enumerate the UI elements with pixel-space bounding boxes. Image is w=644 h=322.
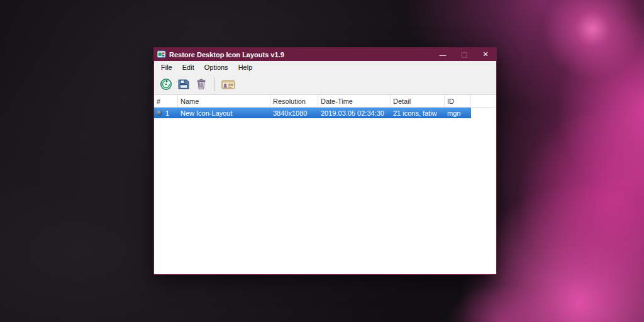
- desktop-wallpaper: Restore Desktop Icon Layouts v1.9 — ▢ ✕ …: [0, 0, 644, 322]
- id-card-icon: [221, 78, 235, 91]
- menu-options[interactable]: Options: [199, 62, 233, 72]
- save-layout-icon: [177, 78, 190, 91]
- row-num: 1: [165, 109, 169, 117]
- menu-help[interactable]: Help: [233, 62, 258, 72]
- menu-file[interactable]: File: [156, 62, 177, 72]
- delete-layout-icon: [195, 78, 208, 91]
- maximize-button[interactable]: ▢: [453, 48, 475, 61]
- column-header-num[interactable]: #: [154, 95, 178, 107]
- app-icon: [157, 50, 166, 59]
- save-layout-button[interactable]: [175, 76, 192, 92]
- row-name: New Icon-Layout: [178, 109, 270, 117]
- id-card-button[interactable]: [220, 76, 236, 92]
- close-button[interactable]: ✕: [475, 48, 496, 61]
- column-header-name[interactable]: Name: [178, 95, 270, 107]
- delete-layout-button[interactable]: [193, 76, 209, 92]
- column-header-datetime[interactable]: Date-Time: [318, 95, 391, 107]
- minimize-button[interactable]: —: [432, 48, 453, 61]
- column-header-filler: [471, 95, 496, 107]
- window-title: Restore Desktop Icon Layouts v1.9: [169, 51, 432, 58]
- row-id: mgn: [445, 109, 471, 117]
- row-resolution: 3840x1080: [270, 109, 318, 117]
- restore-layout-icon: [160, 78, 172, 91]
- list-row[interactable]: 1 New Icon-Layout 3840x1080 2019.03.05 0…: [154, 108, 471, 118]
- layout-list: # Name Resolution Date-Time Detail ID 1 …: [154, 95, 496, 274]
- row-detail: 21 icons, fatiw: [391, 109, 445, 117]
- menubar: File Edit Options Help: [154, 61, 496, 74]
- list-header: # Name Resolution Date-Time Detail ID: [154, 95, 496, 108]
- column-header-detail[interactable]: Detail: [391, 95, 445, 107]
- layout-state-icon: [157, 110, 162, 116]
- app-window: Restore Desktop Icon Layouts v1.9 — ▢ ✕ …: [153, 47, 497, 275]
- row-num-cell: 1: [154, 109, 178, 117]
- restore-layout-button[interactable]: [158, 76, 174, 92]
- toolbar-separator: [214, 77, 215, 91]
- column-header-id[interactable]: ID: [445, 95, 471, 107]
- menu-edit[interactable]: Edit: [177, 62, 199, 72]
- toolbar: [154, 74, 496, 95]
- titlebar[interactable]: Restore Desktop Icon Layouts v1.9 — ▢ ✕: [154, 48, 496, 61]
- row-datetime: 2019.03.05 02:34:30: [318, 109, 391, 117]
- column-header-resolution[interactable]: Resolution: [270, 95, 318, 107]
